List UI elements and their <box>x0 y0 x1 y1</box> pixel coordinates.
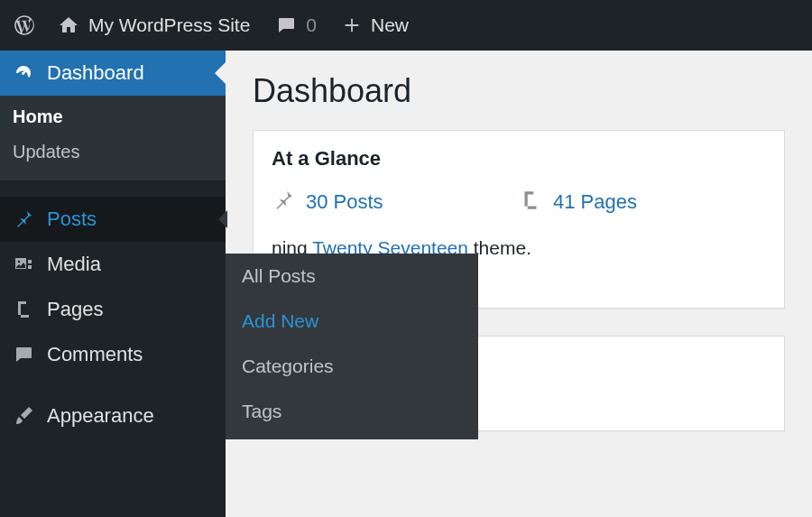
media-icon <box>13 254 34 275</box>
pushpin-icon <box>272 189 295 216</box>
site-name-menu[interactable]: My WordPress Site <box>45 0 263 51</box>
sidebar-item-posts[interactable]: Posts <box>0 197 226 242</box>
sidebar-item-label: Media <box>47 253 101 276</box>
pushpin-icon <box>13 208 34 230</box>
dashboard-icon <box>13 62 34 84</box>
at-a-glance-title: At a Glance <box>254 131 784 183</box>
comment-count: 0 <box>306 14 317 36</box>
site-name-label: My WordPress Site <box>88 14 250 36</box>
admin-toolbar: My WordPress Site 0 New <box>0 0 812 51</box>
sidebar-subitem-updates[interactable]: Updates <box>0 134 226 170</box>
pages-count-link[interactable]: 41 Pages <box>553 190 637 214</box>
flyout-item-add-new[interactable]: Add New <box>226 299 478 344</box>
sidebar-item-comments[interactable]: Comments <box>0 332 226 377</box>
sidebar-item-label: Comments <box>47 343 143 366</box>
wordpress-logo-icon <box>13 14 36 37</box>
new-content-menu[interactable]: New <box>329 0 421 51</box>
page-title: Dashboard <box>253 72 785 110</box>
flyout-item-categories[interactable]: Categories <box>226 344 478 389</box>
comment-icon <box>13 344 34 365</box>
sidebar-item-dashboard[interactable]: Dashboard <box>0 51 226 96</box>
flyout-item-tags[interactable]: Tags <box>226 389 478 434</box>
sidebar-item-pages[interactable]: Pages <box>0 287 226 332</box>
pages-icon <box>519 189 542 216</box>
admin-sidebar: Dashboard Home Updates Posts Media Pages <box>0 51 226 517</box>
sidebar-item-label: Dashboard <box>47 61 144 85</box>
plus-icon <box>342 15 362 35</box>
pages-icon <box>13 299 34 320</box>
home-icon <box>58 14 79 36</box>
sidebar-item-appearance[interactable]: Appearance <box>0 393 226 439</box>
comment-icon <box>275 14 297 36</box>
comments-menu[interactable]: 0 <box>263 0 329 51</box>
sidebar-item-label: Appearance <box>47 404 154 428</box>
sidebar-subitem-home[interactable]: Home <box>0 99 226 134</box>
posts-flyout-menu: All Posts Add New Categories Tags <box>226 254 478 439</box>
sidebar-item-label: Posts <box>47 208 97 231</box>
new-label: New <box>371 14 409 36</box>
dashboard-subgroup: Home Updates <box>0 96 226 180</box>
brush-icon <box>13 405 34 427</box>
posts-count-link[interactable]: 30 Posts <box>306 190 383 214</box>
svg-point-0 <box>18 261 21 263</box>
wp-logo-menu[interactable] <box>0 0 45 51</box>
sidebar-item-label: Pages <box>47 298 103 321</box>
sidebar-item-media[interactable]: Media <box>0 242 226 287</box>
flyout-item-all-posts[interactable]: All Posts <box>226 254 478 299</box>
